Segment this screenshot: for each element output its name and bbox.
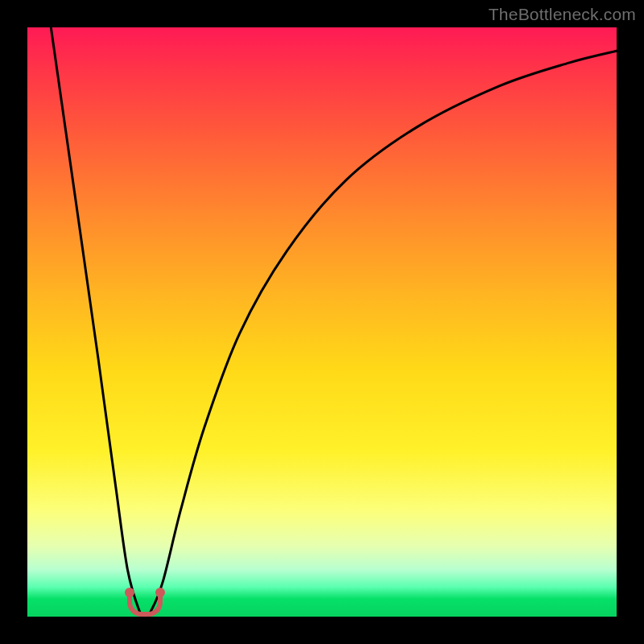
chart-plot-area — [27, 27, 617, 617]
watermark-text: TheBottleneck.com — [489, 5, 636, 24]
bottleneck-curve — [27, 27, 617, 617]
